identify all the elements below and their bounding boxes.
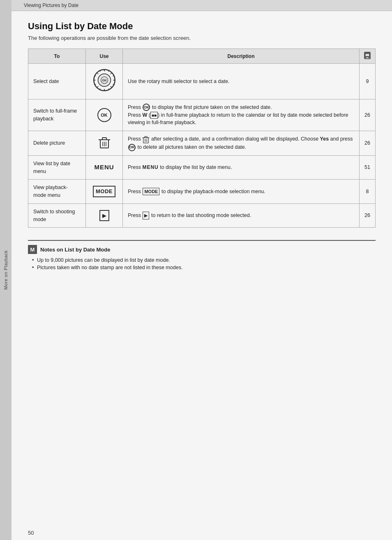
svg-text:📖: 📖	[365, 53, 369, 57]
row2-num: 26	[360, 99, 376, 131]
notes-heading: Notes on List by Date Mode	[40, 247, 110, 253]
row4-use: MENU	[86, 155, 123, 180]
list-item: Pictures taken with no date stamp are no…	[32, 265, 376, 270]
row3-num: 26	[360, 131, 376, 156]
trash-icon	[99, 136, 110, 149]
row5-use: MODE	[86, 180, 123, 204]
mode-inline: MODE	[143, 188, 159, 196]
col-header-to: To	[28, 49, 86, 64]
row3-use	[86, 131, 123, 156]
trash-icon-inline	[142, 135, 150, 143]
content-area: Using List by Date Mode The following op…	[12, 11, 392, 526]
menu-inline: MENU	[142, 164, 158, 170]
table-row: Switch to shooting mode ▶ Press ▶ to ret…	[28, 203, 376, 228]
table-row: Switch to full-frame playback OK Press O…	[28, 99, 376, 131]
row1-to: Select date	[28, 64, 86, 99]
notes-section: M Notes on List by Date Mode Up to 9,000…	[28, 240, 376, 270]
bookmark-icon: 📖	[364, 52, 371, 59]
yes-bold: Yes	[320, 136, 329, 142]
notes-list: Up to 9,000 pictures can be displayed in…	[28, 257, 376, 270]
row5-num: 8	[360, 180, 376, 204]
svg-line-13	[110, 86, 111, 88]
row4-to: View list by date menu	[28, 155, 86, 180]
play-button-icon: ▶	[99, 210, 109, 222]
main-content: Viewing Pictures by Date Using List by D…	[12, 0, 392, 540]
row2-to: Switch to full-frame playback	[28, 99, 86, 131]
row5-desc: Press MODE to display the playback-mode …	[123, 180, 360, 204]
svg-line-15	[97, 86, 98, 88]
table-row: View list by date menu MENU Press MENU t…	[28, 155, 376, 180]
ok-icon-inline: OK	[143, 104, 150, 111]
svg-rect-26	[102, 138, 106, 140]
row4-desc: Press MENU to display the list by date m…	[123, 155, 360, 180]
row6-to: Switch to shooting mode	[28, 203, 86, 228]
table-row: Select date OK	[28, 64, 376, 99]
col-header-description: Description	[123, 49, 360, 64]
page-subtitle: The following operations are possible fr…	[28, 35, 376, 41]
notes-title: M Notes on List by Date Mode	[28, 245, 376, 254]
col-header-use: Use	[86, 49, 123, 64]
row6-use: ▶	[86, 203, 123, 228]
row5-to: View playback-mode menu	[28, 180, 86, 204]
list-item: Up to 9,000 pictures can be displayed in…	[32, 257, 376, 263]
cal-icon-inline: ■■	[150, 112, 158, 119]
row3-to: Delete picture	[28, 131, 86, 156]
mode-button-icon: MODE	[93, 186, 115, 197]
row3-desc: Press after selecting a date, and a conf…	[123, 131, 360, 156]
row1-num: 9	[360, 64, 376, 99]
page-title: Using List by Date Mode	[28, 21, 376, 32]
table-row: View playback-mode menu MODE Press MODE …	[28, 180, 376, 204]
table-row: Delete picture Press afte	[28, 131, 376, 156]
w-label: W	[142, 112, 147, 118]
sidebar: More on Playback	[0, 0, 12, 540]
row4-num: 51	[360, 155, 376, 180]
row6-desc: Press ▶ to return to the last shooting m…	[123, 203, 360, 228]
row6-num: 26	[360, 203, 376, 228]
svg-rect-32	[145, 136, 147, 138]
notes-icon: M	[28, 245, 37, 254]
rotary-selector-icon: OK	[92, 68, 117, 92]
page-number: 50	[12, 526, 392, 540]
top-bar-title: Viewing Pictures by Date	[24, 2, 78, 8]
top-bar: Viewing Pictures by Date	[12, 0, 392, 11]
row1-use: OK	[86, 64, 123, 99]
play-inline: ▶	[143, 212, 149, 219]
sidebar-label: More on Playback	[3, 250, 8, 290]
row2-desc: Press OK to display the first picture ta…	[123, 99, 360, 131]
svg-text:OK: OK	[102, 78, 107, 82]
svg-line-12	[97, 73, 98, 74]
ok-icon-inline2: OK	[128, 144, 136, 151]
menu-button-icon: MENU	[94, 164, 114, 171]
main-table: To Use Description 📖	[28, 48, 376, 228]
col-header-num: 📖	[360, 49, 376, 64]
svg-line-14	[110, 73, 111, 74]
row2-use: OK	[86, 99, 123, 131]
ok-button-icon: OK	[97, 108, 111, 122]
row1-desc: Use the rotary multi selector to select …	[123, 64, 360, 99]
